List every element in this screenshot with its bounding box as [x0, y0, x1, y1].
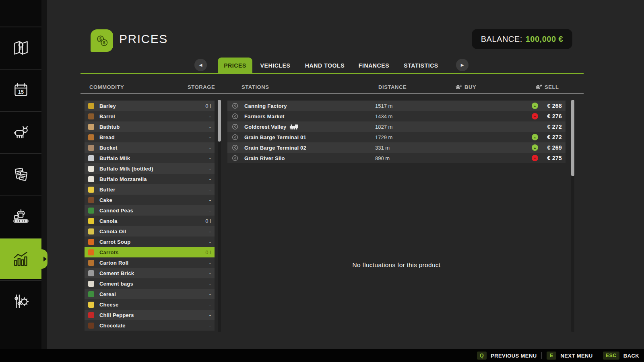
stations-list: Canning Factory1517 m▲€ 268Farmers Marke…	[227, 101, 566, 163]
station-marker-icon[interactable]	[232, 134, 238, 140]
commodity-storage: -	[209, 113, 211, 119]
commodity-icon	[88, 291, 94, 297]
commodity-storage: -	[209, 208, 211, 214]
station-distance: 1434 m	[375, 111, 392, 121]
commodity-row[interactable]: Bucket-	[85, 142, 215, 153]
tab-prices[interactable]: PRICES	[218, 58, 252, 74]
tab-vehicles[interactable]: VEHICLES	[260, 58, 291, 74]
commodity-row[interactable]: Cheese-	[85, 299, 215, 310]
station-row[interactable]: Grain River Silo890 m▼€ 275	[227, 153, 566, 163]
commodity-row[interactable]: Bathtub-	[85, 121, 215, 132]
commodity-row[interactable]: Buffalo Mozzarella-	[85, 174, 215, 184]
prices-page-icon: $ $	[91, 29, 113, 52]
commodity-name: Barley	[99, 103, 116, 109]
commodity-icon	[88, 218, 94, 224]
commodity-name: Canola	[99, 218, 118, 224]
commodity-row[interactable]: Cement Brick-	[85, 268, 215, 278]
commodity-row[interactable]: Cake-	[85, 195, 215, 205]
station-marker-icon[interactable]	[232, 113, 238, 119]
station-marker-icon[interactable]	[232, 155, 238, 161]
commodity-row[interactable]: Carrots0 l	[85, 247, 215, 257]
station-row[interactable]: Goldcrest Valley1827 m€ 272	[227, 121, 566, 132]
commodity-storage: -	[209, 134, 211, 140]
tabs-next-button[interactable]: ▶	[456, 59, 469, 71]
station-marker-icon[interactable]	[232, 123, 238, 130]
commodity-row[interactable]: Canola0 l	[85, 216, 215, 226]
commodity-row[interactable]: Chili Peppers-	[85, 310, 215, 320]
price-trend-up-icon: ▲	[532, 144, 538, 151]
station-name: Grain Barge Terminal 02	[244, 142, 306, 153]
production-icon	[11, 207, 31, 227]
hint-back[interactable]: ESCBACK	[603, 352, 639, 360]
stations-scrollbar-thumb[interactable]	[571, 100, 574, 176]
sidebar-item-settings[interactable]	[0, 280, 41, 321]
hint-next-menu[interactable]: ENEXT MENU	[547, 352, 592, 360]
commodity-icon	[88, 249, 94, 255]
sidebar-item-production[interactable]	[0, 195, 41, 237]
commodity-row[interactable]: Chocolate-	[85, 320, 215, 331]
commodity-row[interactable]: Butter-	[85, 184, 215, 195]
commodity-icon	[88, 176, 94, 182]
commodity-row[interactable]: Barley0 l	[85, 101, 215, 111]
station-sell-price: € 268	[547, 101, 562, 111]
sidebar-item-calendar[interactable]: 15	[0, 69, 41, 110]
bottom-hint-bar: QPREVIOUS MENUENEXT MENUESCBACK	[0, 349, 644, 362]
station-row[interactable]: Farmers Market1434 m▼€ 276	[227, 111, 566, 121]
station-row[interactable]: Canning Factory1517 m▲€ 268	[227, 101, 566, 111]
price-trend-up-icon: ▲	[532, 103, 538, 109]
commodity-row[interactable]: Carton Roll-	[85, 257, 215, 268]
station-distance: 1827 m	[375, 121, 392, 132]
tab-underline	[80, 73, 584, 74]
station-sell-price: € 272	[547, 132, 562, 142]
commodity-storage: -	[209, 291, 211, 297]
keycap-q: Q	[477, 352, 487, 360]
hint-label: PREVIOUS MENU	[491, 353, 537, 359]
commodity-name: Bread	[99, 134, 115, 140]
tab-bar: PRICESVEHICLESHAND TOOLSFINANCESSTATISTI…	[0, 58, 644, 74]
commodity-scrollbar[interactable]	[218, 100, 221, 332]
sidebar-item-statistics[interactable]	[0, 238, 41, 279]
commodity-storage: -	[209, 197, 211, 203]
commodity-storage: 0 l	[205, 249, 211, 255]
station-row[interactable]: Grain Barge Terminal 011729 m▲€ 272	[227, 132, 566, 142]
hint-separator	[598, 352, 598, 359]
commodity-row[interactable]: Cereal-	[85, 289, 215, 299]
sidebar-item-animals[interactable]	[0, 111, 41, 152]
commodity-storage: -	[209, 228, 211, 234]
sidebar-item-contracts[interactable]	[0, 153, 41, 195]
tab-finances[interactable]: FINANCES	[358, 58, 390, 74]
tab-statistics[interactable]: STATISTICS	[403, 58, 439, 74]
commodity-scrollbar-thumb[interactable]	[218, 100, 221, 142]
commodity-storage: -	[209, 176, 211, 182]
commodity-row[interactable]: Carrot Soup-	[85, 237, 215, 247]
commodity-storage: 0 l	[205, 218, 211, 224]
station-distance: 890 m	[375, 153, 390, 163]
station-distance: 1517 m	[375, 101, 392, 111]
station-distance: 1729 m	[375, 132, 392, 142]
commodity-row[interactable]: Barrel-	[85, 111, 215, 121]
commodity-name: Bucket	[99, 145, 118, 151]
balance-label: BALANCE:	[481, 35, 522, 44]
column-storage: STORAGE	[188, 84, 215, 90]
commodity-name: Chocolate	[99, 323, 126, 329]
commodity-storage: -	[209, 260, 211, 266]
sidebar-selected-indicator	[41, 249, 47, 269]
commodity-row[interactable]: Canned Peas-	[85, 205, 215, 216]
commodity-icon	[88, 239, 94, 245]
svg-text:15: 15	[18, 89, 24, 95]
commodity-row[interactable]: Canola Oil-	[85, 226, 215, 237]
commodity-row[interactable]: Buffalo Milk (bottled)-	[85, 163, 215, 174]
station-marker-icon[interactable]	[232, 103, 238, 109]
commodity-name: Carrot Soup	[99, 239, 130, 245]
commodity-row[interactable]: Cement bags-	[85, 278, 215, 289]
station-marker-icon[interactable]	[232, 144, 238, 151]
station-row[interactable]: Grain Barge Terminal 02331 m▲€ 269	[227, 142, 566, 153]
commodity-row[interactable]: Buffalo Milk-	[85, 153, 215, 163]
commodity-row[interactable]: Bread-	[85, 132, 215, 142]
sidebar: 15	[0, 0, 47, 349]
tab-hand-tools[interactable]: HAND TOOLS	[305, 58, 345, 74]
stations-scrollbar[interactable]	[571, 100, 574, 332]
commodity-icon	[88, 208, 94, 214]
hint-previous-menu[interactable]: QPREVIOUS MENU	[477, 352, 537, 360]
chart-icon	[11, 249, 31, 269]
